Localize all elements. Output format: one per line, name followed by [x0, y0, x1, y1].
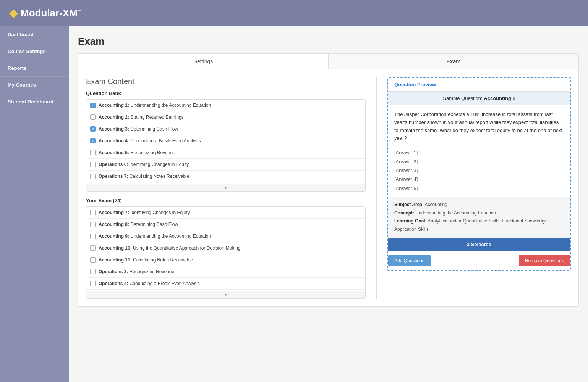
panel-divider [376, 77, 377, 299]
answer-item: [Answer 2] [394, 157, 564, 166]
your-exam-inner[interactable]: Accounting 7: Identifying Changes in Equ… [86, 207, 365, 291]
subject-area-row: Subject Area: Accounting [394, 201, 564, 209]
sidebar-item-student-dashboard[interactable]: Student Dashboard [0, 93, 69, 110]
subject-area-value: Accounting [425, 202, 447, 207]
list-item[interactable]: ✓ Accounting 3: Determining Cash Flow [86, 123, 365, 135]
content-card: Exam Content Question Bank ✓ Accounting … [78, 69, 579, 307]
list-item[interactable]: Accounting 5: Recognizing Revenue [86, 147, 365, 159]
answer-list: [Answer 1] [Answer 2] [Answer 3] [Answer… [388, 148, 570, 197]
question-item-text: Operations 7: Calculating Notes Receivab… [99, 174, 361, 179]
list-item[interactable]: ✓ Accounting 1: Understanding the Accoun… [86, 100, 365, 111]
checkbox-q1[interactable]: ✓ [90, 103, 96, 108]
question-bank-inner[interactable]: ✓ Accounting 1: Understanding the Accoun… [86, 100, 365, 184]
question-bank-list: ✓ Accounting 1: Understanding the Accoun… [86, 99, 366, 192]
question-item-text: Accounting 10: Using the Quantitative Ap… [99, 245, 361, 251]
tab-settings[interactable]: Settings [78, 54, 329, 69]
question-item-text: Operations 4: Conducting a Break-Even An… [99, 281, 361, 286]
question-item-text: Accounting 1: Understanding the Accounti… [99, 103, 361, 108]
question-item-text: Accounting 2: Stating Retained Earnings [99, 114, 361, 120]
concept-label: Concept: [394, 210, 414, 216]
checkbox-ye6[interactable] [90, 269, 96, 274]
list-item[interactable]: ✓ Accounting 4: Conducting a Break-Even … [86, 135, 365, 147]
sample-question-label: Sample Question: Accounting 1 [388, 92, 570, 105]
question-item-text: Accounting 5: Recognizing Revenue [99, 150, 361, 155]
main-content: Exam Settings Exam Exam Content Question… [69, 26, 588, 382]
checkbox-q7[interactable] [90, 174, 96, 179]
logo-diamond-icon: ◆ [9, 7, 18, 19]
question-item-text: Accounting 11: Calculating Notes Receiva… [99, 257, 361, 263]
subject-area-label: Subject Area: [394, 202, 424, 207]
list-item[interactable]: Accounting 8: Determining Cash Flow [86, 219, 365, 230]
answer-item: [Answer 4] [394, 175, 564, 184]
learning-goal-row: Learning Goal: Analytical and/or Quantit… [394, 217, 564, 234]
list-item[interactable]: Accounting 2: Stating Retained Earnings [86, 111, 365, 123]
question-body: The Jasper Corporation expects a 10% inc… [388, 105, 570, 148]
tab-exam[interactable]: Exam [329, 54, 578, 69]
answer-item: [Answer 3] [394, 166, 564, 175]
checkbox-ye1[interactable] [90, 210, 96, 215]
question-item-text: Accounting 7: Identifying Changes in Equ… [99, 210, 361, 215]
checkbox-ye4[interactable] [90, 245, 96, 251]
list-item[interactable]: Operations 3: Recognizing Revenue [86, 266, 365, 278]
sidebar-item-my-courses[interactable]: My Courses [0, 77, 69, 93]
sidebar-item-dashboard[interactable]: Dashboard [0, 26, 69, 43]
question-item-text: Accounting 3: Determining Cash Flow [99, 126, 361, 132]
sidebar-item-course-settings[interactable]: Course Settings [0, 43, 69, 60]
checkbox-ye5[interactable] [90, 257, 96, 263]
sidebar: Dashboard Course Settings Reports My Cou… [0, 26, 69, 382]
selected-bar: 3 Selected [388, 238, 570, 251]
your-exam-list: Accounting 7: Identifying Changes in Equ… [86, 206, 366, 299]
checkbox-ye3[interactable] [90, 234, 96, 239]
checkbox-q3[interactable]: ✓ [90, 126, 96, 132]
tab-bar: Settings Exam [78, 53, 579, 69]
preview-header: Question Preview [388, 78, 570, 92]
sample-name: Accounting 1 [484, 95, 515, 101]
list-item[interactable]: Accounting 11: Calculating Notes Receiva… [86, 254, 365, 266]
right-panel: Question Preview Sample Question: Accoun… [387, 77, 571, 299]
checkbox-q6[interactable] [90, 162, 96, 167]
your-exam-title: Your Exam (74) [86, 198, 366, 203]
main-layout: Dashboard Course Settings Reports My Cou… [0, 26, 588, 382]
add-questions-button[interactable]: Add Questions [388, 255, 431, 266]
checkbox-ye7[interactable] [90, 281, 96, 286]
sidebar-item-reports[interactable]: Reports [0, 60, 69, 77]
logo-tm: ™ [78, 9, 82, 13]
list-item[interactable]: Accounting 9: Understanding the Accounti… [86, 230, 365, 242]
question-item-text: Accounting 9: Understanding the Accounti… [99, 234, 361, 239]
exam-content-title: Exam Content [86, 77, 366, 86]
preview-actions: Add Questions Remove Questions [388, 251, 570, 270]
scroll-down-arrow[interactable]: ▼ [86, 184, 365, 191]
app-header: ◆ Modular-XM™ [0, 0, 588, 26]
app-logo: ◆ Modular-XM™ [9, 7, 82, 19]
answer-item: [Answer 1] [394, 148, 564, 157]
metadata-box: Subject Area: Accounting Concept: Unders… [388, 197, 570, 237]
question-item-text: Operations 3: Recognizing Revenue [99, 269, 361, 274]
question-item-text: Accounting 4: Conducting a Break-Even An… [99, 138, 361, 143]
list-item[interactable]: Operations 7: Calculating Notes Receivab… [86, 171, 365, 182]
list-item[interactable]: Accounting 7: Identifying Changes in Equ… [86, 207, 365, 219]
sample-label-text: Sample Question: [443, 95, 484, 101]
question-item-text: Accounting 8: Determining Cash Flow [99, 222, 361, 227]
checkbox-q5[interactable] [90, 150, 96, 155]
checkbox-q2[interactable] [90, 114, 96, 120]
remove-questions-button[interactable]: Remove Questions [519, 255, 570, 266]
concept-value: Understanding the Accounting Equation [415, 210, 496, 216]
left-panel: Exam Content Question Bank ✓ Accounting … [86, 77, 366, 299]
answer-item: [Answer 5] [394, 184, 564, 193]
question-bank-title: Question Bank [86, 90, 366, 96]
page-title: Exam [78, 35, 579, 47]
question-preview-box: Question Preview Sample Question: Accoun… [387, 77, 571, 271]
list-item[interactable]: Operations 6: Identifying Changes in Equ… [86, 159, 365, 171]
scroll-down-arrow-exam[interactable]: ▼ [86, 291, 365, 298]
list-item[interactable]: Operations 4: Conducting a Break-Even An… [86, 278, 365, 290]
concept-row: Concept: Understanding the Accounting Eq… [394, 209, 564, 218]
logo-name: Modular-XM™ [21, 7, 82, 19]
list-item[interactable]: Accounting 10: Using the Quantitative Ap… [86, 242, 365, 254]
learning-goal-label: Learning Goal: [394, 218, 427, 224]
checkbox-q4[interactable]: ✓ [90, 138, 96, 143]
checkbox-ye2[interactable] [90, 222, 96, 227]
question-item-text: Operations 6: Identifying Changes in Equ… [99, 162, 361, 167]
